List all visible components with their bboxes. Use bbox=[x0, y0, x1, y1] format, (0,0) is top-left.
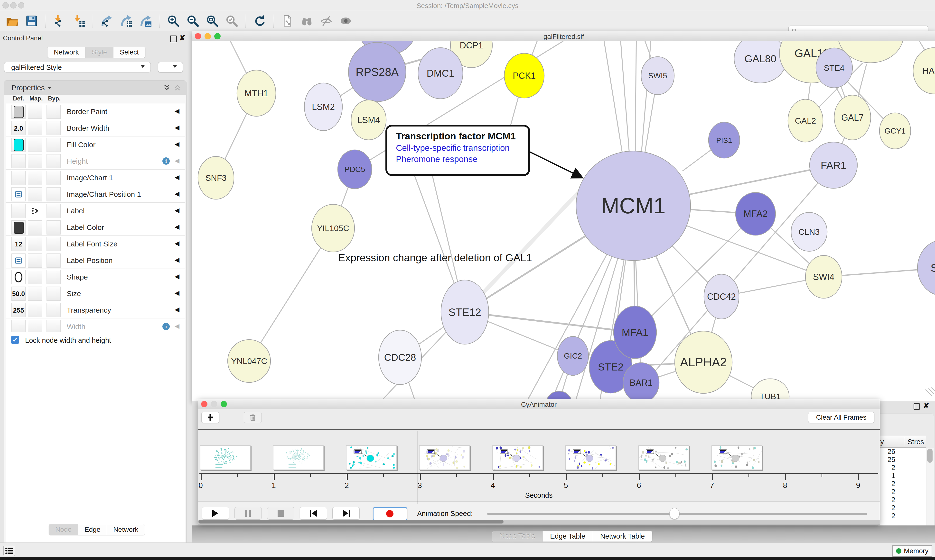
close-panel-icon[interactable]: ✘ bbox=[923, 402, 929, 410]
expand-arrow-icon[interactable]: ◀ bbox=[174, 223, 179, 231]
record-button[interactable] bbox=[373, 507, 407, 521]
table-row[interactable]: 2 bbox=[878, 488, 926, 496]
scrollbar-thumb[interactable] bbox=[199, 520, 503, 523]
expand-arrow-icon[interactable]: ◀ bbox=[174, 124, 179, 131]
table-column-header[interactable]: Stres bbox=[907, 438, 924, 446]
property-row-shape[interactable]: Shape◀ bbox=[6, 269, 185, 285]
bypass-cell[interactable] bbox=[46, 220, 61, 234]
property-row-label-color[interactable]: Label Color◀ bbox=[6, 219, 185, 236]
table-row[interactable]: 2 bbox=[878, 512, 926, 520]
tab-style[interactable]: Style bbox=[85, 47, 113, 58]
style-options-button[interactable] bbox=[158, 62, 183, 72]
network-window-titlebar[interactable]: galFiltered.sif bbox=[192, 31, 935, 42]
float-panel-icon[interactable] bbox=[913, 403, 920, 410]
default-cell[interactable] bbox=[11, 204, 26, 218]
expand-arrow-icon[interactable]: ◀ bbox=[174, 240, 179, 247]
table-header[interactable]: ity Stres bbox=[878, 436, 926, 448]
property-row-image-chart-position-1[interactable]: Image/Chart Position 1◀ bbox=[6, 186, 185, 203]
default-cell[interactable]: 12 bbox=[11, 237, 26, 251]
zoom-selected-icon[interactable] bbox=[225, 15, 238, 27]
frame-thumbnail-4[interactable] bbox=[492, 445, 543, 470]
tab-edge-table[interactable]: Edge Table bbox=[543, 531, 593, 542]
clear-all-frames-button[interactable]: Clear All Frames bbox=[808, 412, 874, 423]
zoom-in-icon[interactable] bbox=[167, 15, 180, 27]
task-history-button[interactable] bbox=[3, 546, 15, 556]
bypass-cell[interactable] bbox=[46, 286, 61, 301]
frame-thumbnail-6[interactable] bbox=[639, 445, 689, 470]
default-cell[interactable] bbox=[11, 171, 26, 185]
export-network-icon[interactable] bbox=[100, 15, 113, 27]
default-cell[interactable] bbox=[11, 105, 26, 119]
expand-arrow-icon[interactable]: ◀ bbox=[174, 322, 179, 330]
info-icon[interactable]: i bbox=[162, 157, 170, 165]
frame-thumbnail-5[interactable] bbox=[565, 445, 616, 470]
property-row-border-width[interactable]: 2.0 Border Width◀ bbox=[6, 120, 185, 137]
export-image-icon[interactable] bbox=[139, 15, 152, 27]
mapping-cell[interactable] bbox=[28, 204, 42, 218]
default-cell[interactable] bbox=[11, 270, 26, 284]
table-row[interactable]: 1 bbox=[878, 472, 926, 480]
mapping-cell[interactable] bbox=[28, 171, 42, 185]
table-row[interactable]: 2 bbox=[878, 504, 926, 512]
table-row[interactable]: 26 bbox=[878, 448, 926, 455]
timeline-scrollbar[interactable] bbox=[198, 520, 880, 524]
bypass-cell[interactable] bbox=[46, 154, 61, 168]
mapping-cell[interactable] bbox=[28, 105, 42, 119]
tab-network-table[interactable]: Network Table bbox=[593, 531, 652, 542]
expand-arrow-icon[interactable]: ◀ bbox=[174, 107, 179, 115]
go-to-end-button[interactable] bbox=[332, 507, 359, 520]
expand-all-icon[interactable] bbox=[162, 85, 171, 91]
frame-thumbnail-2[interactable] bbox=[346, 445, 397, 470]
frame-thumbnail-1[interactable] bbox=[273, 445, 324, 470]
style-select[interactable]: galFiltered Style bbox=[4, 62, 151, 72]
memory-button[interactable]: Memory bbox=[892, 545, 932, 557]
property-row-label-position[interactable]: Label Position◀ bbox=[6, 252, 185, 269]
bypass-cell[interactable] bbox=[46, 187, 61, 202]
float-panel-icon[interactable] bbox=[170, 35, 177, 42]
zoom-fit-icon[interactable] bbox=[206, 15, 219, 27]
default-cell[interactable] bbox=[11, 138, 26, 152]
pause-button[interactable] bbox=[235, 507, 262, 520]
frame-thumbnail-7[interactable] bbox=[711, 445, 762, 470]
default-cell[interactable]: 50.0 bbox=[11, 286, 26, 301]
network-canvas[interactable]: DCP1RPS28ADMC1PCK1MTH1LSM2LSM4SWI5GAL80G… bbox=[192, 41, 935, 402]
close-panel-icon[interactable]: ✘ bbox=[179, 34, 185, 42]
expand-arrow-icon[interactable]: ◀ bbox=[174, 157, 179, 165]
mapping-cell[interactable] bbox=[28, 138, 42, 152]
mapping-cell[interactable] bbox=[28, 154, 42, 168]
mapping-cell[interactable] bbox=[28, 270, 42, 284]
expand-arrow-icon[interactable]: ◀ bbox=[174, 289, 179, 297]
frame-thumbnail-3[interactable] bbox=[419, 445, 470, 470]
tab-node-table[interactable]: Node Table bbox=[492, 531, 543, 542]
property-row-image-chart-1[interactable]: Image/Chart 1◀ bbox=[6, 169, 185, 186]
bypass-cell[interactable] bbox=[46, 121, 61, 135]
scrollbar-thumb[interactable] bbox=[927, 449, 933, 463]
zoom-out-icon[interactable] bbox=[187, 15, 199, 27]
table-row[interactable]: 2 bbox=[878, 496, 926, 504]
mapping-cell[interactable] bbox=[28, 187, 42, 202]
expand-arrow-icon[interactable]: ◀ bbox=[174, 140, 179, 148]
mapping-cell[interactable] bbox=[28, 254, 42, 268]
go-to-start-button[interactable] bbox=[300, 507, 327, 520]
default-cell[interactable] bbox=[11, 187, 26, 202]
open-session-icon[interactable] bbox=[6, 15, 19, 27]
tab-node[interactable]: Node bbox=[49, 524, 78, 535]
tab-network[interactable]: Network bbox=[48, 47, 85, 58]
import-network-icon[interactable] bbox=[53, 15, 66, 27]
mapping-cell[interactable] bbox=[28, 220, 42, 234]
default-cell[interactable] bbox=[11, 154, 26, 168]
import-table-icon[interactable] bbox=[73, 15, 85, 27]
mapping-cell[interactable] bbox=[28, 286, 42, 301]
collapse-all-icon[interactable] bbox=[173, 85, 182, 91]
stop-button[interactable] bbox=[267, 507, 295, 520]
bypass-cell[interactable] bbox=[46, 171, 61, 185]
bypass-cell[interactable] bbox=[46, 270, 61, 284]
expand-arrow-icon[interactable]: ◀ bbox=[174, 256, 179, 264]
play-button[interactable] bbox=[202, 507, 229, 520]
property-row-transparency[interactable]: 255 Transparency◀ bbox=[6, 302, 185, 318]
annotation-link[interactable]: Cell-type-specific transcription bbox=[396, 143, 528, 153]
default-cell[interactable] bbox=[11, 254, 26, 268]
bypass-cell[interactable] bbox=[46, 254, 61, 268]
hide-icon[interactable] bbox=[320, 15, 333, 27]
property-row-height[interactable]: Heighti◀ bbox=[6, 153, 185, 169]
